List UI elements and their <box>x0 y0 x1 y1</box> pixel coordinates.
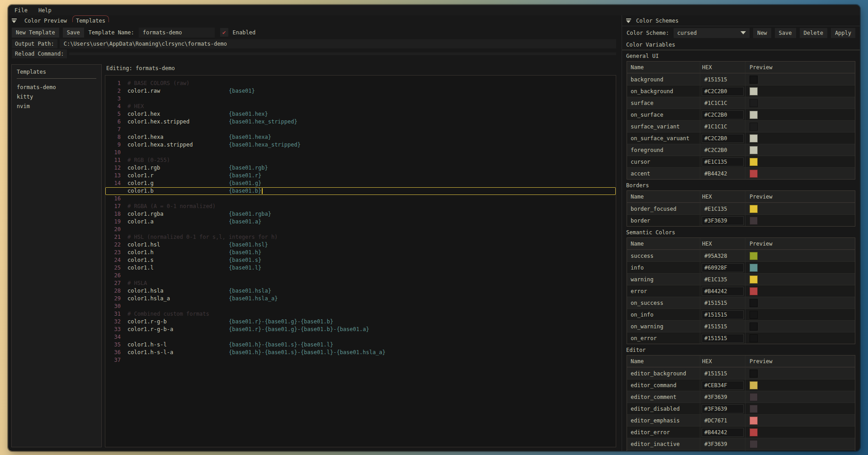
hex-value-input[interactable]: #C2C2B0 <box>702 146 743 154</box>
code-line[interactable]: 22color1.hsl{base01.hsl} <box>105 241 616 249</box>
code-line[interactable]: 8color1.hexa{base01.hexa} <box>105 133 616 141</box>
code-line[interactable]: 32color1.r-g-b{base01.r}-{base01.g}-{bas… <box>105 318 616 326</box>
color-swatch[interactable] <box>750 299 758 307</box>
color-swatch[interactable] <box>750 393 758 401</box>
code-line[interactable]: 21# HSL (normalized 0-1 for s,l, integer… <box>105 233 616 241</box>
hex-value-input[interactable]: #E1C135 <box>702 158 743 166</box>
new-scheme-button[interactable]: New <box>753 28 771 38</box>
code-line[interactable]: color1.b{base01.b} <box>105 187 616 195</box>
code-line[interactable]: 24color1.s{base01.s} <box>105 256 616 264</box>
code-line[interactable]: 1# BASE COLORS (raw) <box>105 80 616 87</box>
color-swatch[interactable] <box>750 405 758 413</box>
color-swatch[interactable] <box>750 417 758 425</box>
code-line[interactable]: 25color1.l{base01.l} <box>105 264 616 272</box>
hex-value-input[interactable]: #3F3639 <box>702 405 743 413</box>
color-swatch[interactable] <box>750 87 758 95</box>
tab-templates[interactable]: Templates <box>74 17 108 25</box>
hex-value-input[interactable]: #151515 <box>702 311 743 319</box>
color-swatch[interactable] <box>750 170 758 178</box>
color-variables-list[interactable]: General UINameHEXPreviewbackground#15151… <box>622 50 860 451</box>
color-swatch[interactable] <box>750 111 758 119</box>
code-line[interactable]: 20 <box>105 226 616 233</box>
color-swatch[interactable] <box>750 134 758 142</box>
hex-value-input[interactable]: #B44242 <box>702 287 743 295</box>
output-path-input[interactable]: C:\Users\user\AppData\Roaming\clrsync\fo… <box>60 39 616 48</box>
hex-value-input[interactable]: #DC7671 <box>702 417 743 425</box>
code-line[interactable]: 10 <box>105 149 616 156</box>
hex-value-input[interactable]: #60928F <box>702 264 743 272</box>
hex-value-input[interactable]: #C2C2B0 <box>702 87 743 95</box>
hex-value-input[interactable]: #151515 <box>702 370 743 378</box>
save-scheme-button[interactable]: Save <box>775 28 796 38</box>
template-list-item[interactable]: formats-demo <box>17 82 96 92</box>
code-line[interactable]: 26 <box>105 272 616 280</box>
hex-value-input[interactable]: #151515 <box>702 322 743 331</box>
color-swatch[interactable] <box>750 275 758 284</box>
color-scheme-select[interactable]: cursed <box>674 28 750 38</box>
code-line[interactable]: 33color1.r-g-b-a{base01.r}-{base01.g}-{b… <box>105 326 616 333</box>
hex-value-input[interactable]: #3F3639 <box>702 393 743 401</box>
code-line[interactable]: 28color1.hsla{base01.hsla} <box>105 287 616 295</box>
color-swatch[interactable] <box>750 264 758 272</box>
color-swatch[interactable] <box>750 311 758 319</box>
hex-value-input[interactable]: #151515 <box>702 334 743 342</box>
code-line[interactable]: 27# HSLA <box>105 280 616 287</box>
code-line[interactable]: 34 <box>105 333 616 341</box>
color-swatch[interactable] <box>750 99 758 107</box>
code-line[interactable]: 31# Combined custom formats <box>105 310 616 318</box>
color-swatch[interactable] <box>750 123 758 131</box>
code-line[interactable]: 23color1.h{base01.h} <box>105 249 616 256</box>
code-line[interactable]: 16 <box>105 195 616 203</box>
apply-scheme-button[interactable]: Apply <box>831 28 855 38</box>
code-line[interactable]: 4# HEX <box>105 103 616 110</box>
hex-value-input[interactable]: #CEB34F <box>702 381 743 389</box>
hex-value-input[interactable]: #B44242 <box>702 428 743 436</box>
hex-value-input[interactable]: #151515 <box>702 76 743 84</box>
hex-value-input[interactable]: #3F3639 <box>702 440 743 448</box>
color-swatch[interactable] <box>750 287 758 295</box>
save-template-button[interactable]: Save <box>63 28 84 38</box>
hex-value-input[interactable]: #C2C2B0 <box>702 111 743 119</box>
code-line[interactable]: 18color1.rgba{base01.rgba} <box>105 210 616 218</box>
code-line[interactable]: 6color1.hex.stripped{base01.hex_stripped… <box>105 118 616 126</box>
code-line[interactable]: 14color1.g{base01.g} <box>105 180 616 187</box>
hex-value-input[interactable]: #3F3639 <box>702 217 743 225</box>
color-swatch[interactable] <box>750 217 758 225</box>
color-swatch[interactable] <box>750 205 758 213</box>
delete-scheme-button[interactable]: Delete <box>800 28 827 38</box>
tab-color-preview[interactable]: Color Preview <box>22 17 69 25</box>
hex-value-input[interactable]: #95A328 <box>702 252 743 260</box>
hex-value-input[interactable]: #1C1C1C <box>702 123 743 131</box>
code-line[interactable]: 12color1.rgb{base01.rgb} <box>105 164 616 172</box>
code-editor[interactable]: 1# BASE COLORS (raw)2color1.raw{base01}3… <box>105 75 616 447</box>
hex-value-input[interactable]: #151515 <box>702 299 743 307</box>
hex-value-input[interactable]: #C2C2B0 <box>702 134 743 142</box>
code-line[interactable]: 36color1.h-s-l-a{base01.h}-{base01.s}-{b… <box>105 349 616 356</box>
color-swatch[interactable] <box>750 146 758 154</box>
reload-command-input[interactable] <box>69 52 616 55</box>
code-line[interactable]: 9color1.hexa.stripped{base01.hexa_stripp… <box>105 141 616 149</box>
color-swatch[interactable] <box>750 252 758 260</box>
code-line[interactable]: 35color1.h-s-l{base01.h}-{base01.s}-{bas… <box>105 341 616 349</box>
color-swatch[interactable] <box>750 334 758 342</box>
hex-value-input[interactable]: #E1C135 <box>702 275 743 284</box>
code-line[interactable]: 7 <box>105 126 616 133</box>
hex-value-input[interactable]: #1C1C1C <box>702 99 743 107</box>
code-line[interactable]: 29color1.hsla_a{base01.hsla_a} <box>105 295 616 303</box>
color-swatch[interactable] <box>750 428 758 436</box>
enabled-checkbox[interactable]: ✔ <box>220 28 228 37</box>
panel-collapse-icon[interactable] <box>626 19 631 23</box>
template-list-item[interactable]: kitty <box>17 92 96 101</box>
code-line[interactable]: 2color1.raw{base01} <box>105 87 616 95</box>
hex-value-input[interactable]: #B44242 <box>702 170 743 178</box>
code-line[interactable]: 5color1.hex{base01.hex} <box>105 110 616 118</box>
color-swatch[interactable] <box>750 158 758 166</box>
code-line[interactable]: 30 <box>105 303 616 310</box>
template-name-input[interactable]: formats-demo <box>139 28 215 38</box>
color-swatch[interactable] <box>750 322 758 331</box>
color-swatch[interactable] <box>750 76 758 84</box>
code-line[interactable]: 19color1.a{base01.a} <box>105 218 616 226</box>
color-swatch[interactable] <box>750 440 758 448</box>
panel-collapse-icon[interactable] <box>12 19 17 23</box>
new-template-button[interactable]: New Template <box>12 28 59 38</box>
